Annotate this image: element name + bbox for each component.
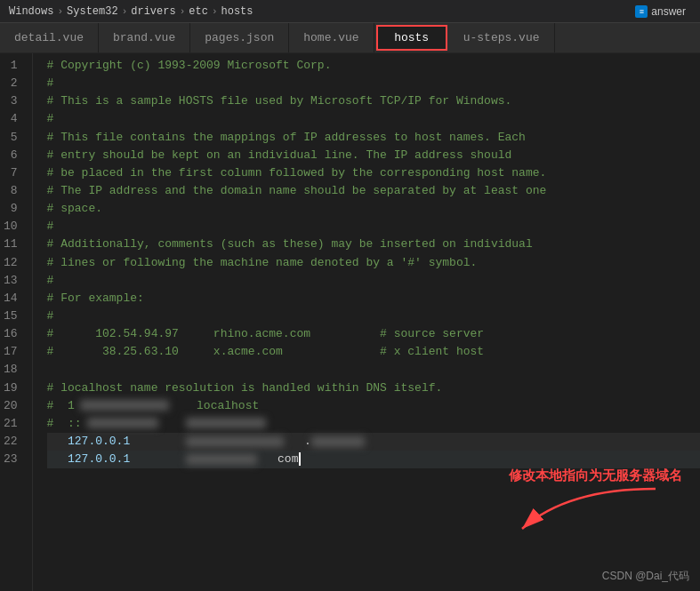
answer-button[interactable]: ≡ answer [630,4,691,20]
code-line-4: # [47,110,700,128]
breadcrumb-sep-2: › [122,6,128,17]
breadcrumb-bar: Windows › System32 › drivers › etc › hos… [0,0,700,23]
code-line-19: # localhost name resolution is handled w… [47,379,700,397]
tabs-bar: detail.vue brand.vue pages.json home.vue… [0,23,700,53]
breadcrumb-item-hosts[interactable]: hosts [221,5,253,18]
code-line-3: # This is a sample HOSTS file used by Mi… [47,92,700,110]
breadcrumb-sep-1: › [57,6,63,17]
line-numbers: 12345 678910 1112131415 1617181920 21222… [0,53,33,591]
code-line-1: # Copyright (c) 1993-2009 Microsoft Corp… [47,57,700,75]
tab-u-steps-vue[interactable]: u-steps.vue [449,23,555,52]
breadcrumb-sep-4: › [212,6,218,17]
code-line-8: # The IP address and the domain name sho… [47,182,700,200]
code-line-5: # This file contains the mappings of IP … [47,129,700,147]
code-line-17: # 38.25.63.10 x.acme.com # x client host [47,343,700,361]
code-container: 12345 678910 1112131415 1617181920 21222… [0,53,700,591]
code-line-12: # lines or following the machine name de… [47,254,700,272]
breadcrumb-item-system32[interactable]: System32 [67,5,118,18]
code-line-15: # [47,307,700,325]
editor-area: 12345 678910 1112131415 1617181920 21222… [0,53,700,591]
code-line-23[interactable]: 127.0.0.1 com [47,451,700,468]
tab-brand-vue[interactable]: brand.vue [99,23,190,52]
breadcrumb-item-windows[interactable]: Windows [9,5,53,18]
tab-home-vue[interactable]: home.vue [289,23,374,52]
code-line-14: # For example: [47,290,700,307]
answer-icon: ≡ [635,5,648,18]
code-line-21: # :: [47,415,700,433]
code-line-16: # 102.54.94.97 rhino.acme.com # source s… [47,325,700,343]
attribution: CSDN @Dai_代码 [602,569,689,584]
tab-pages-json[interactable]: pages.json [190,23,289,52]
tab-hosts[interactable]: hosts [376,25,447,51]
code-line-6: # entry should be kept on an individual … [47,147,700,164]
answer-label: answer [651,5,686,18]
code-line-13: # [47,272,700,290]
code-line-9: # space. [47,200,700,218]
code-content: # Copyright (c) 1993-2009 Microsoft Corp… [33,53,700,591]
code-line-7: # be placed in the first column followed… [47,164,700,182]
tab-detail-vue[interactable]: detail.vue [0,23,99,52]
code-line-18 [47,361,700,379]
code-line-22: 127.0.0.1 . [47,433,700,451]
code-line-10: # [47,218,700,236]
breadcrumb-item-drivers[interactable]: drivers [131,5,175,18]
code-line-2: # [47,75,700,92]
breadcrumb-sep-3: › [180,6,186,17]
breadcrumb: Windows › System32 › drivers › etc › hos… [9,5,253,18]
code-line-20: # 1 localhost [47,397,700,415]
code-line-11: # Additionally, comments (such as these)… [47,236,700,253]
breadcrumb-item-etc[interactable]: etc [189,5,208,18]
